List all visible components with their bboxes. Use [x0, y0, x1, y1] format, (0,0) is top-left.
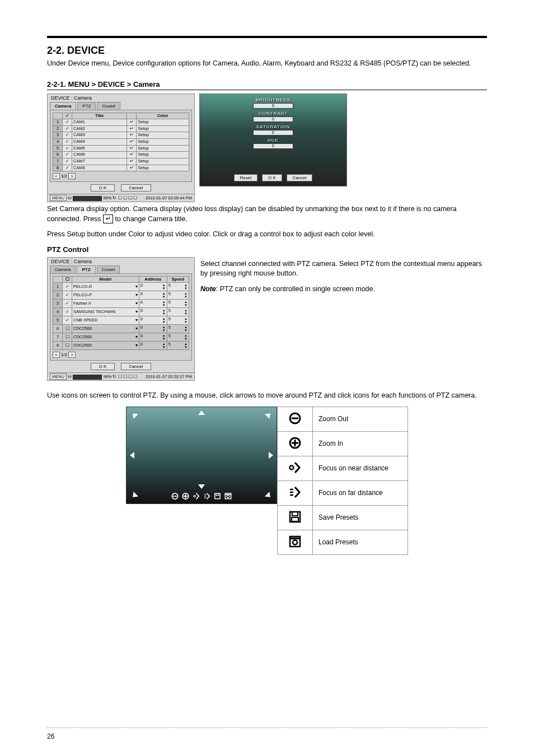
- model-select[interactable]: PELCO-D ▾: [72, 283, 139, 291]
- ptz-left-arrow[interactable]: [130, 452, 134, 459]
- row-checkbox[interactable]: ✓: [63, 132, 72, 139]
- pager-prev[interactable]: <: [53, 352, 60, 358]
- row-title[interactable]: CAM6: [72, 152, 127, 158]
- row-checkbox[interactable]: ✓: [63, 316, 72, 325]
- color-setup-button[interactable]: Setup: [137, 152, 189, 158]
- address-stepper[interactable]: 0 ▲▼: [139, 316, 167, 325]
- brightness-slider[interactable]: 0: [253, 103, 293, 109]
- edit-title-button[interactable]: ↵: [127, 158, 137, 165]
- color-setup-button[interactable]: Setup: [137, 139, 189, 146]
- cancel-button[interactable]: Cancel: [121, 363, 152, 370]
- saturation-slider[interactable]: 0: [253, 130, 293, 136]
- ok-button[interactable]: O K: [262, 174, 282, 181]
- row-title[interactable]: CAM1: [72, 119, 127, 126]
- zoom-out-icon[interactable]: [171, 492, 179, 500]
- row-checkbox[interactable]: ☐: [63, 333, 72, 342]
- speed-stepper[interactable]: 5 ▲▼: [167, 283, 189, 291]
- model-select[interactable]: CDC2500 ▾: [72, 333, 139, 342]
- row-title[interactable]: CAM7: [72, 158, 127, 165]
- row-checkbox[interactable]: ✓: [63, 139, 72, 146]
- row-checkbox[interactable]: ✓: [63, 152, 72, 158]
- model-select[interactable]: CDC2500 ▾: [72, 342, 139, 350]
- col-check[interactable]: ✓: [63, 113, 72, 119]
- ok-button[interactable]: O K: [91, 184, 115, 192]
- row-checkbox[interactable]: ☐: [63, 342, 72, 350]
- row-checkbox[interactable]: ✓: [63, 283, 72, 291]
- ok-button[interactable]: O K: [91, 363, 115, 370]
- row-checkbox[interactable]: ✓: [63, 158, 72, 165]
- row-checkbox[interactable]: ☐: [63, 325, 72, 333]
- color-setup-button[interactable]: Setup: [137, 145, 189, 152]
- row-checkbox[interactable]: ✓: [63, 291, 72, 300]
- edit-title-button[interactable]: ↵: [127, 165, 137, 171]
- row-checkbox[interactable]: ✓: [63, 119, 72, 126]
- model-select[interactable]: PELCO-P ▾: [72, 291, 139, 300]
- tab-covert[interactable]: Covert: [97, 265, 120, 273]
- address-stepper[interactable]: 0 ▲▼: [139, 283, 167, 291]
- row-checkbox[interactable]: ✓: [63, 125, 72, 132]
- speed-stepper[interactable]: 5 ▲▼: [167, 291, 189, 300]
- row-checkbox[interactable]: ✓: [63, 308, 72, 316]
- model-select[interactable]: CDC2500 ▾: [72, 325, 139, 333]
- address-stepper[interactable]: 0 ▲▼: [139, 333, 167, 342]
- ptz-downright-arrow[interactable]: [265, 492, 273, 500]
- speed-stepper[interactable]: 5 ▲▼: [167, 300, 189, 308]
- col-check[interactable]: ☐: [63, 276, 72, 283]
- address-stepper[interactable]: 0 ▲▼: [139, 342, 167, 350]
- edit-title-button[interactable]: ↵: [127, 139, 137, 146]
- speed-stepper[interactable]: 5 ▲▼: [167, 342, 189, 350]
- tab-ptz[interactable]: PTZ: [77, 265, 95, 273]
- tab-covert[interactable]: Covert: [97, 102, 120, 110]
- pager-prev[interactable]: <: [53, 173, 60, 179]
- focus-near-icon[interactable]: [193, 492, 200, 500]
- menu-button[interactable]: MENU: [50, 195, 67, 201]
- color-setup-button[interactable]: Setup: [137, 119, 189, 126]
- color-setup-button[interactable]: Setup: [137, 165, 189, 171]
- row-title[interactable]: CAM3: [72, 132, 127, 139]
- speed-stepper[interactable]: 5 ▲▼: [167, 316, 189, 325]
- ptz-downleft-arrow[interactable]: [130, 492, 138, 500]
- ptz-up-arrow[interactable]: [198, 410, 205, 415]
- ptz-right-arrow[interactable]: [269, 452, 273, 459]
- edit-title-button[interactable]: ↵: [127, 145, 137, 152]
- pager-next[interactable]: >: [68, 173, 76, 179]
- row-checkbox[interactable]: ✓: [63, 165, 72, 171]
- load-preset-icon[interactable]: [224, 492, 232, 500]
- address-stepper[interactable]: 0 ▲▼: [139, 308, 167, 316]
- pager-next[interactable]: >: [68, 352, 76, 358]
- zoom-in-icon[interactable]: [182, 492, 190, 500]
- speed-stepper[interactable]: 5 ▲▼: [167, 325, 189, 333]
- ptz-upleft-arrow[interactable]: [130, 411, 138, 419]
- hue-slider[interactable]: 0: [253, 143, 293, 149]
- row-title[interactable]: CAM8: [72, 165, 127, 171]
- row-checkbox[interactable]: ✓: [63, 300, 72, 308]
- cancel-button[interactable]: Cancel: [121, 184, 152, 192]
- cancel-button[interactable]: Cancel: [287, 174, 313, 181]
- row-title[interactable]: CAM4: [72, 139, 127, 146]
- speed-stepper[interactable]: 5 ▲▼: [167, 333, 189, 342]
- ptz-upright-arrow[interactable]: [265, 411, 273, 419]
- edit-title-button[interactable]: ↵: [127, 132, 137, 139]
- tab-camera[interactable]: Camera: [50, 102, 76, 110]
- focus-far-icon[interactable]: [203, 492, 211, 500]
- row-checkbox[interactable]: ✓: [63, 145, 72, 152]
- speed-stepper[interactable]: 5 ▲▼: [167, 308, 189, 316]
- menu-button[interactable]: MENU: [50, 374, 67, 380]
- save-preset-icon[interactable]: [214, 492, 222, 500]
- model-select[interactable]: Fastrax II ▾: [72, 300, 139, 308]
- model-select[interactable]: SAMSUNG TECHWIN ▾: [72, 308, 139, 316]
- color-setup-button[interactable]: Setup: [137, 132, 189, 139]
- row-title[interactable]: CAM5: [72, 145, 127, 152]
- edit-title-button[interactable]: ↵: [127, 119, 137, 126]
- ptz-down-arrow[interactable]: [198, 484, 205, 489]
- edit-title-button[interactable]: ↵: [127, 125, 137, 132]
- address-stepper[interactable]: 0 ▲▼: [139, 300, 167, 308]
- model-select[interactable]: CNB XPEED ▾: [72, 316, 139, 325]
- tab-camera[interactable]: Camera: [50, 265, 76, 273]
- color-setup-button[interactable]: Setup: [137, 158, 189, 165]
- row-title[interactable]: CAM2: [72, 125, 127, 132]
- address-stepper[interactable]: 0 ▲▼: [139, 291, 167, 300]
- contrast-slider[interactable]: 0: [253, 116, 293, 122]
- edit-title-button[interactable]: ↵: [127, 152, 137, 158]
- address-stepper[interactable]: 0 ▲▼: [139, 325, 167, 333]
